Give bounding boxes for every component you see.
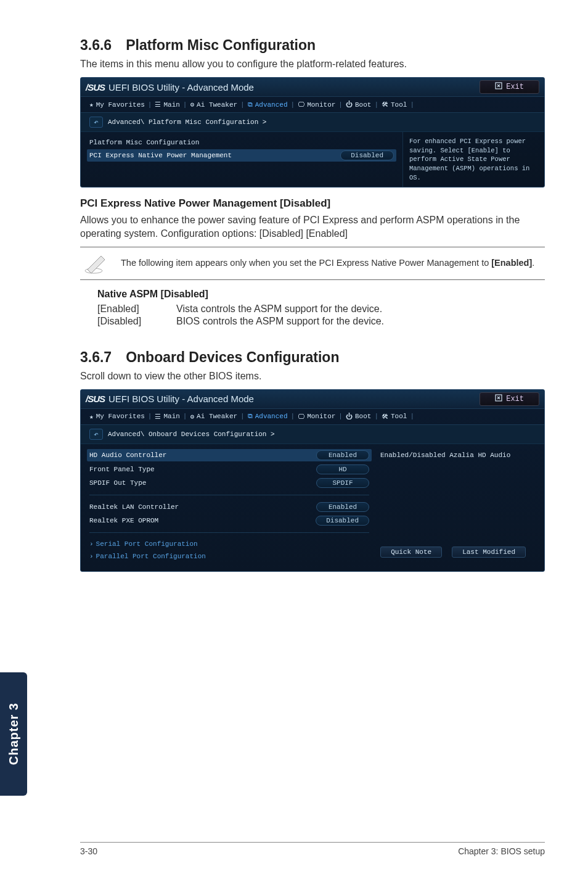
- tab-boot[interactable]: ⏻Boot: [346, 101, 371, 109]
- breadcrumb-text: Advanced\ Platform Misc Configuration >: [108, 118, 266, 126]
- back-arrow-icon: ↶: [94, 429, 99, 439]
- back-arrow-icon: ↶: [94, 117, 99, 127]
- advanced-icon: ⧉: [248, 413, 253, 420]
- tab-favorites[interactable]: ★My Favorites: [89, 413, 145, 421]
- back-button[interactable]: ↶: [89, 429, 103, 440]
- asus-logo: /SUS: [86, 394, 105, 404]
- bios-title: /SUS UEFI BIOS Utility - Advanced Mode: [86, 82, 254, 93]
- chapter-side-label: Chapter 3: [7, 703, 21, 765]
- tool-icon: 🛠: [382, 101, 388, 109]
- section-367-title: 3.6.7 Onboard Devices Configuration: [80, 349, 545, 366]
- row-value[interactable]: Enabled: [316, 502, 369, 512]
- row-label: PCI Express Native Power Management: [89, 152, 232, 159]
- tab-ai-tweaker[interactable]: ⚙Ai Tweaker: [190, 413, 237, 421]
- bios-tabs: ★My Favorites | ☰Main | ⚙Ai Tweaker | ⧉A…: [81, 97, 544, 113]
- note-text: The following item appears only when you…: [121, 257, 534, 269]
- bios-tabs: ★My Favorites | ☰Main | ⚙Ai Tweaker | ⧉A…: [81, 409, 544, 425]
- exit-label: Exit: [506, 395, 524, 403]
- row-value[interactable]: Enabled: [316, 450, 369, 460]
- bios-panel-platform-misc: /SUS UEFI BIOS Utility - Advanced Mode E…: [80, 77, 545, 188]
- power-icon: ⏻: [346, 101, 353, 109]
- tab-boot[interactable]: ⏻Boot: [346, 413, 371, 421]
- row-value[interactable]: SPDIF: [316, 478, 369, 488]
- tab-advanced[interactable]: ⧉Advanced: [248, 413, 288, 420]
- note-block: The following item appears only when you…: [80, 247, 545, 280]
- row-front-panel[interactable]: Front Panel Type HD: [89, 463, 369, 476]
- pencil-icon: [83, 252, 110, 274]
- chapter-side-tab: Chapter 3: [0, 672, 27, 796]
- bios-help-text: Enabled/Disabled Azalia HD Audio: [380, 452, 531, 459]
- divider: [89, 532, 369, 533]
- exit-label: Exit: [506, 83, 524, 91]
- exit-icon: [495, 82, 502, 92]
- link-parallel-port[interactable]: › Parallel Port Configuration: [89, 550, 369, 563]
- tab-advanced[interactable]: ⧉Advanced: [248, 101, 288, 109]
- asus-logo: /SUS: [86, 82, 105, 93]
- gauge-icon: ⚙: [190, 101, 194, 109]
- bios-title-text: UEFI BIOS Utility - Advanced Mode: [108, 394, 254, 404]
- divider: [89, 495, 369, 495]
- exit-icon: [495, 394, 502, 404]
- advanced-icon: ⧉: [248, 101, 253, 109]
- power-icon: ⏻: [346, 413, 353, 421]
- row-value[interactable]: HD: [316, 464, 369, 474]
- row-pci-express-native-pm[interactable]: PCI Express Native Power Management Disa…: [87, 149, 396, 162]
- native-aspm-disabled: [Disabled] BIOS controls the ASPM suppor…: [97, 316, 545, 327]
- last-modified-button[interactable]: Last Modified: [452, 547, 526, 558]
- tab-main[interactable]: ☰Main: [155, 413, 179, 421]
- tab-monitor[interactable]: 🖵Monitor: [298, 101, 335, 109]
- platform-misc-heading: Platform Misc Configuration: [89, 137, 394, 148]
- chapter-label: Chapter 3: BIOS setup: [458, 846, 545, 856]
- row-value[interactable]: Disabled: [340, 151, 394, 160]
- star-icon: ★: [89, 101, 94, 109]
- row-label: SPDIF Out Type: [89, 479, 146, 487]
- exit-button[interactable]: Exit: [480, 392, 539, 406]
- monitor-icon: 🖵: [298, 101, 304, 109]
- tab-monitor[interactable]: 🖵Monitor: [298, 413, 335, 421]
- breadcrumb: ↶ Advanced\ Platform Misc Configuration …: [81, 113, 544, 132]
- exit-button[interactable]: Exit: [480, 80, 539, 94]
- back-button[interactable]: ↶: [89, 117, 103, 128]
- section-366-title: 3.6.6 Platform Misc Configuration: [80, 37, 545, 54]
- row-label: Realtek LAN Controller: [89, 503, 179, 511]
- list-icon: ☰: [155, 413, 161, 421]
- bios-panel-onboard-devices: /SUS UEFI BIOS Utility - Advanced Mode E…: [80, 389, 545, 572]
- quick-note-button[interactable]: Quick Note: [380, 547, 442, 558]
- row-value[interactable]: Disabled: [316, 516, 369, 526]
- bios-title: /SUS UEFI BIOS Utility - Advanced Mode: [86, 394, 254, 404]
- pci-express-para: Allows you to enhance the power saving f…: [80, 213, 545, 240]
- star-icon: ★: [89, 413, 94, 421]
- row-label: Front Panel Type: [89, 466, 155, 473]
- row-pxe[interactable]: Realtek PXE OPROM Disabled: [89, 514, 369, 527]
- tab-favorites[interactable]: ★My Favorites: [89, 101, 145, 109]
- bios-title-text: UEFI BIOS Utility - Advanced Mode: [108, 82, 254, 93]
- tab-main[interactable]: ☰Main: [155, 101, 179, 109]
- section-367-intro: Scroll down to view the other BIOS items…: [80, 371, 545, 382]
- row-spdif[interactable]: SPDIF Out Type SPDIF: [89, 476, 369, 490]
- chevron-right-icon: ›: [89, 540, 94, 548]
- row-label: Realtek PXE OPROM: [89, 517, 158, 524]
- row-lan[interactable]: Realtek LAN Controller Enabled: [89, 500, 369, 514]
- page-number: 3-30: [80, 846, 97, 856]
- section-366-intro: The items in this menu allow you to conf…: [80, 59, 545, 70]
- pci-express-heading: PCI Express Native Power Management [Dis…: [80, 197, 545, 210]
- native-aspm-enabled: [Enabled] Vista controls the ASPM suppor…: [97, 303, 545, 315]
- page-footer: 3-30 Chapter 3: BIOS setup: [80, 842, 545, 856]
- tool-icon: 🛠: [382, 413, 388, 421]
- link-serial-port[interactable]: › Serial Port Configuration: [89, 538, 369, 550]
- native-aspm-heading: Native ASPM [Disabled]: [97, 289, 545, 300]
- bios-help-text: For enhanced PCI Express power saving. S…: [402, 132, 544, 187]
- tab-tool[interactable]: 🛠Tool: [382, 413, 407, 421]
- monitor-icon: 🖵: [298, 413, 304, 421]
- chevron-right-icon: ›: [89, 553, 94, 560]
- breadcrumb-text: Advanced\ Onboard Devices Configuration …: [108, 431, 275, 438]
- row-label: HD Audio Controller: [89, 452, 166, 459]
- tab-ai-tweaker[interactable]: ⚙Ai Tweaker: [190, 101, 237, 109]
- row-hd-audio[interactable]: HD Audio Controller Enabled: [87, 449, 372, 461]
- gauge-icon: ⚙: [190, 413, 194, 421]
- tab-tool[interactable]: 🛠Tool: [382, 101, 407, 109]
- breadcrumb: ↶ Advanced\ Onboard Devices Configuratio…: [81, 425, 544, 444]
- list-icon: ☰: [155, 101, 161, 109]
